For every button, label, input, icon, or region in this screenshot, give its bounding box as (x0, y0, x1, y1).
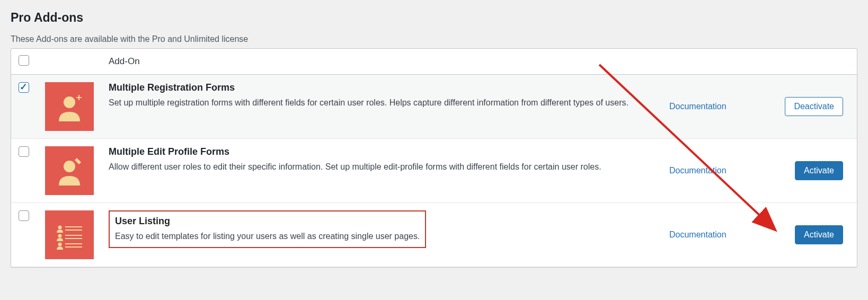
addon-checkbox[interactable] (19, 210, 29, 221)
addon-description: Allow different user roles to edit their… (109, 161, 659, 173)
addon-icon-user-plus (45, 82, 94, 131)
svg-point-7 (58, 234, 62, 238)
svg-rect-11 (65, 243, 82, 244)
addon-icon-user-edit (45, 146, 94, 195)
addon-description: Easy to edit templates for listing your … (115, 230, 420, 243)
svg-rect-8 (65, 235, 82, 236)
addon-row: Multiple Edit Profile Forms Allow differ… (11, 139, 857, 203)
documentation-link[interactable]: Documentation (669, 230, 727, 240)
column-header-addon: Add-On (109, 56, 140, 67)
svg-point-0 (64, 96, 75, 108)
table-header: Add-On (11, 49, 857, 75)
addon-title: Multiple Edit Profile Forms (109, 146, 659, 157)
addon-row: User Listing Easy to edit templates for … (11, 203, 857, 267)
addon-checkbox[interactable] (19, 82, 29, 93)
annotation-highlight: User Listing Easy to edit templates for … (109, 210, 426, 248)
page-subtitle: These Add-ons are available with the Pro… (11, 34, 857, 44)
svg-rect-12 (65, 246, 82, 248)
addon-row: Multiple Registration Forms Set up multi… (11, 75, 857, 139)
select-all-checkbox[interactable] (19, 55, 29, 66)
deactivate-button[interactable]: Deactivate (785, 97, 843, 116)
documentation-link[interactable]: Documentation (669, 166, 727, 175)
page-title: Pro Add-ons (11, 11, 857, 25)
addon-description: Set up multiple registration forms with … (109, 96, 659, 109)
addon-checkbox[interactable] (19, 146, 29, 157)
activate-button[interactable]: Activate (795, 225, 843, 244)
addon-title: Multiple Registration Forms (109, 82, 659, 93)
svg-point-4 (58, 226, 62, 230)
svg-point-3 (64, 161, 75, 172)
addon-icon-user-list (45, 210, 94, 259)
activate-button[interactable]: Activate (795, 161, 843, 180)
documentation-link[interactable]: Documentation (669, 102, 727, 111)
svg-rect-9 (65, 238, 82, 239)
svg-rect-5 (65, 226, 82, 227)
svg-rect-6 (65, 230, 82, 231)
svg-point-10 (58, 243, 62, 246)
addon-title: User Listing (115, 216, 420, 227)
addons-table: Add-On Multiple Registration Forms Set u… (11, 48, 857, 268)
